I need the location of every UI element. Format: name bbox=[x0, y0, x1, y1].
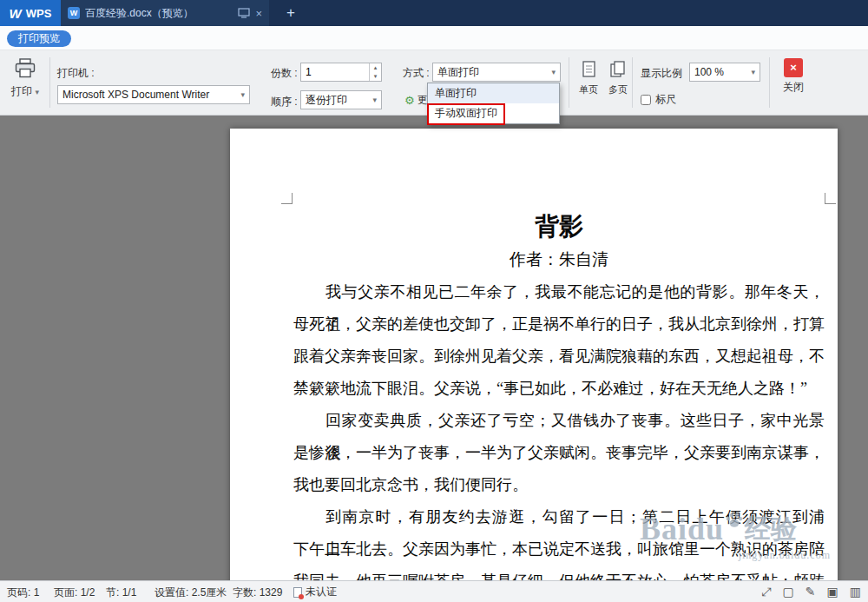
wps-print-preview-window: W WPS W 百度经验.docx（预览） × + 打印预览 打印 ▾ bbox=[0, 0, 868, 602]
print-button-label: 打印 bbox=[11, 85, 32, 97]
spin-up-icon[interactable]: ▴ bbox=[370, 63, 381, 72]
certificate-icon bbox=[293, 587, 302, 598]
document-page: 背影 作者：朱自清 我与父亲不相见已二年余了，我最不能忘记的是他的背影。那年冬天… bbox=[230, 129, 838, 580]
mode-select-value: 单面打印 bbox=[437, 65, 479, 80]
printer-select-value: Microsoft XPS Document Writer bbox=[62, 89, 209, 101]
mode-option-single-sided[interactable]: 单面打印 bbox=[428, 83, 559, 103]
chevron-down-icon: ▾ bbox=[237, 90, 245, 99]
body-line: 到南京时，有朋友约去游逛，勾留了一日；第二日上午便须渡江到浦口， bbox=[293, 501, 825, 533]
body-line: 我同去。他再三嘱咐茶房，甚是仔细。但他终于不放心，怕茶房不妥帖；颇踌躇 bbox=[293, 566, 825, 580]
status-certification: 未认证 bbox=[293, 585, 337, 599]
tab-close-icon[interactable]: × bbox=[255, 8, 262, 19]
chevron-down-icon: ▾ bbox=[35, 88, 39, 96]
spin-down-icon[interactable]: ▾ bbox=[370, 72, 381, 81]
margin-crop-mark-left bbox=[281, 193, 293, 204]
toolbar-separator bbox=[769, 57, 770, 108]
document-tab[interactable]: W 百度经验.docx（预览） × bbox=[61, 0, 269, 26]
chevron-down-icon: ▾ bbox=[747, 68, 755, 76]
status-word-count: 字数: 1329 bbox=[233, 585, 282, 600]
edit-mode-icon[interactable]: ✎ bbox=[806, 585, 816, 599]
copies-value: 1 bbox=[306, 66, 312, 78]
new-tab-button[interactable]: + bbox=[279, 0, 302, 26]
order-select[interactable]: 逐份打印 ▾ bbox=[300, 90, 382, 109]
status-page-number: 页码: 1 bbox=[7, 585, 39, 600]
print-preview-ribbon-tab[interactable]: 打印预览 bbox=[7, 30, 71, 47]
chevron-down-icon: ▾ bbox=[369, 96, 377, 104]
copies-label: 份数 : bbox=[271, 66, 298, 81]
doc-file-icon: W bbox=[68, 7, 80, 19]
wps-home-tab[interactable]: W WPS bbox=[0, 0, 61, 26]
document-tab-title: 百度经验.docx（预览） bbox=[85, 6, 233, 21]
page-view-icon[interactable]: ▢ bbox=[783, 585, 794, 599]
statusbar: 页码: 1 页面: 1/2 节: 1/1 设置值: 2.5厘米 字数: 1329… bbox=[0, 580, 868, 602]
zoom-select-value: 100 % bbox=[694, 66, 724, 78]
preview-area: 背影 作者：朱自清 我与父亲不相见已二年余了，我最不能忘记的是他的背影。那年冬天… bbox=[0, 116, 868, 580]
status-section: 节: 1/1 bbox=[106, 585, 136, 600]
body-line: 我与父亲不相见已二年余了，我最不能忘记的是他的背影。那年冬天，祖 bbox=[293, 276, 825, 308]
chevron-down-icon: ▾ bbox=[548, 68, 556, 76]
margin-crop-mark-right bbox=[825, 193, 836, 204]
certification-label: 未认证 bbox=[306, 585, 337, 599]
layout-grid-icon[interactable]: ▥ bbox=[850, 585, 861, 599]
single-page-label: 单页 bbox=[575, 83, 602, 96]
copies-stepper[interactable]: 1 ▴ ▾ bbox=[300, 63, 382, 82]
mode-select[interactable]: 单面打印 ▾ bbox=[432, 63, 561, 82]
read-mode-icon[interactable]: ▣ bbox=[827, 585, 838, 599]
mode-option-manual-duplex[interactable]: 手动双面打印 bbox=[428, 103, 559, 123]
essay-author: 作者：朱自清 bbox=[293, 248, 825, 271]
close-preview-button[interactable]: × 关闭 bbox=[776, 58, 811, 95]
toolbar-separator bbox=[49, 57, 50, 108]
close-x-icon: × bbox=[784, 58, 803, 77]
ribbon-strip: 打印预览 bbox=[0, 26, 868, 50]
body-line: 禁簌簌地流下眼泪。父亲说，“事已如此，不必难过，好在天无绝人之路！” bbox=[293, 373, 825, 405]
status-page-count: 页面: 1/2 bbox=[54, 585, 95, 600]
body-line: 跟着父亲奔丧回家。到徐州见着父亲，看见满院狼藉的东西，又想起祖母，不 bbox=[293, 341, 825, 373]
multi-page-icon bbox=[610, 61, 626, 77]
fit-screen-icon[interactable]: ⤢ bbox=[761, 585, 771, 599]
multi-page-view-button[interactable]: 多页 bbox=[604, 61, 632, 96]
ruler-label: 标尺 bbox=[655, 92, 676, 107]
toolbar-separator bbox=[569, 57, 569, 108]
mode-label: 方式 : bbox=[403, 66, 430, 81]
single-page-icon bbox=[582, 61, 595, 77]
toolbar-separator bbox=[632, 57, 633, 108]
essay-title: 背影 bbox=[293, 210, 825, 243]
monitor-icon[interactable] bbox=[238, 8, 250, 18]
body-line: 回家变卖典质，父亲还了亏空；又借钱办了丧事。这些日子，家中光景很 bbox=[293, 405, 825, 437]
multi-page-label: 多页 bbox=[604, 83, 632, 96]
body-line: 母死了，父亲的差使也交卸了，正是祸不单行的日子，我从北京到徐州，打算 bbox=[293, 308, 825, 341]
zoom-select[interactable]: 100 % ▾ bbox=[689, 63, 760, 82]
wps-tab-label: WPS bbox=[26, 7, 52, 20]
status-setting-value: 设置值: 2.5厘米 bbox=[155, 585, 227, 600]
order-label: 顺序 : bbox=[271, 95, 298, 109]
zoom-label: 显示比例 bbox=[641, 66, 682, 81]
ruler-checkbox[interactable] bbox=[641, 95, 651, 105]
printer-label: 打印机 : bbox=[57, 66, 95, 81]
mode-dropdown-list: 单面打印 手动双面打印 bbox=[427, 83, 560, 124]
wps-logo-icon: W bbox=[10, 6, 22, 21]
close-label: 关闭 bbox=[776, 80, 811, 95]
single-page-view-button[interactable]: 单页 bbox=[575, 61, 602, 96]
titlebar: W WPS W 百度经验.docx（预览） × + bbox=[0, 0, 868, 26]
print-button[interactable]: 打印 ▾ bbox=[5, 58, 45, 99]
body-line: 是惨淡，一半为了丧事，一半为了父亲赋闲。丧事完毕，父亲要到南京谋事， bbox=[293, 437, 825, 469]
order-select-value: 逐份打印 bbox=[306, 93, 347, 108]
printer-select[interactable]: Microsoft XPS Document Writer ▾ bbox=[57, 85, 250, 104]
gear-icon: ⚙ bbox=[404, 94, 415, 107]
body-line: 下午上车北去。父亲因为事忙，本已说定不送我，叫旅馆里一个熟识的茶房陪 bbox=[293, 533, 825, 566]
printer-icon bbox=[14, 58, 36, 78]
essay-body: 我与父亲不相见已二年余了，我最不能忘记的是他的背影。那年冬天，祖 母死了，父亲的… bbox=[293, 276, 825, 580]
body-line: 我也要回北京念书，我们便同行。 bbox=[293, 469, 825, 501]
